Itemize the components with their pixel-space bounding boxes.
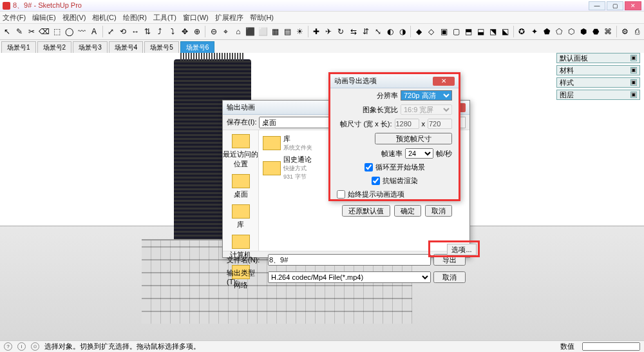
toolbar-button[interactable]: ✪ [516,25,527,38]
toolbar-button[interactable]: ⇆ [348,25,359,38]
toolbar-button[interactable]: ⊖ [208,25,219,38]
scene-tab[interactable]: 场景号3 [73,41,108,53]
toolbar-button[interactable]: ✥ [179,25,190,38]
toolbar-button[interactable]: ▤ [282,25,293,38]
menu-item[interactable]: 工具(T) [153,13,176,23]
toolbar-button[interactable]: ✚ [311,25,322,38]
menu-item[interactable]: 窗口(W) [183,13,209,23]
toolbar-button[interactable]: ⬓ [475,25,486,38]
scene-tab[interactable]: 场景号2 [37,41,72,53]
toolbar-button[interactable]: ◯ [64,25,75,38]
options-button[interactable]: 选项... [447,244,477,255]
places-item[interactable]: 库 [232,204,250,230]
scene-tabs: 场景号1场景号2场景号3场景号4场景号5场景号6 [0,40,644,53]
toolbar-button[interactable]: ⬛ [245,25,256,38]
toolbar-button[interactable]: ⬔ [488,25,498,38]
toolbar-button[interactable]: ↖ [1,25,12,38]
scene-tab[interactable]: 场景号5 [144,41,179,53]
cancel-button[interactable]: 取消 [433,271,466,283]
toolbar-button[interactable]: ⬕ [500,25,511,38]
scene-tab[interactable]: 场景号1 [1,41,36,53]
menu-item[interactable]: 文件(F) [3,13,26,23]
scene-tab[interactable]: 场景号4 [109,41,144,53]
toolbar-button[interactable]: ⇅ [142,25,153,38]
help-icon[interactable]: ? [4,342,12,351]
menu-item[interactable]: 帮助(H) [250,13,274,23]
toolbar-button[interactable]: ⬒ [463,25,474,38]
toolbar-button[interactable]: ✎ [14,25,24,38]
filename-input[interactable] [268,254,431,266]
menu-item[interactable]: 相机(C) [92,13,116,23]
measurements-label: 数值 [560,342,574,351]
close-button[interactable]: ✕ [625,1,641,10]
toolbar-button[interactable]: ◇ [426,25,437,38]
scene-tab[interactable]: 场景号6 [180,41,215,53]
toolbar-button[interactable]: ⤴ [155,25,166,38]
toolbar-button[interactable]: ⬢ [578,25,589,38]
toolbar-button[interactable]: ⌫ [38,25,50,38]
toolbar-button[interactable]: ✈ [323,25,334,38]
panel-header[interactable]: 材料▣ [556,65,640,75]
save-location-label: 保存在(I): [227,117,256,127]
filetype-select[interactable]: H.264 codec/Mp4 File(*.mp4) [268,271,431,283]
toolbar-button[interactable]: A [89,25,100,38]
frame-size-label: 帧尺寸 (宽 x 长): [340,119,392,129]
minimize-button[interactable]: — [589,1,605,10]
toolbar-button[interactable]: ✂ [26,25,37,38]
toolbar-button[interactable]: ⬟ [541,25,552,38]
toolbar-button[interactable]: ⊕ [191,25,202,38]
panel-header[interactable]: 图层▣ [556,90,640,100]
toolbar-button[interactable]: ⇵ [360,25,371,38]
panel-header[interactable]: 样式▣ [556,77,640,88]
toolbar-button[interactable]: ⌂ [232,25,243,38]
toolbar-button[interactable]: ⚙ [619,25,630,38]
toolbar-button[interactable]: ↻ [336,25,346,38]
export-cancel-button[interactable]: 取消 [425,205,452,217]
restore-defaults-button[interactable]: 还原默认值 [342,205,390,217]
ok-button[interactable]: 确定 [394,205,421,217]
loop-checkbox[interactable] [365,163,373,171]
maximize-button[interactable]: ▢ [607,1,623,10]
toolbar-button[interactable]: ⬜ [257,25,268,38]
toolbar-button[interactable]: ▣ [438,25,449,38]
toolbar-button[interactable]: ◐ [384,25,395,38]
toolbar-button[interactable]: ⬠ [553,25,564,38]
menu-item[interactable]: 编辑(E) [32,13,56,23]
toolbar-button[interactable]: ◑ [397,25,408,38]
toolbar-button[interactable]: ⤵ [167,25,178,38]
menu-item[interactable]: 视图(V) [62,13,86,23]
places-item[interactable]: 最近访问的位置 [223,134,258,169]
toolbar-button[interactable]: ▢ [451,25,462,38]
toolbar-button[interactable]: ⎙ [632,25,643,38]
toolbar-button[interactable]: ⬡ [565,25,576,38]
toolbar-button[interactable]: 〰 [76,25,87,38]
export-close-button[interactable]: ✕ [433,77,455,86]
toolbar-button[interactable]: ⌘ [603,25,614,38]
toolbar-button[interactable]: ⤢ [106,25,117,38]
panel-header[interactable]: 默认面板▣ [556,53,640,63]
toolbar-button[interactable]: ▦ [270,25,281,38]
preview-size-button[interactable]: 预览帧尺寸 [375,133,452,144]
toolbar-button[interactable]: ✦ [529,25,540,38]
window-title: 8、9# - SketchUp Pro [13,1,589,10]
toolbar-button[interactable]: ⟲ [118,25,129,38]
always-prompt-checkbox[interactable] [337,190,345,199]
toolbar-button[interactable]: ◆ [413,25,424,38]
user-icon[interactable]: ☺ [31,342,39,351]
menu-item[interactable]: 绘图(R) [123,13,147,23]
resolution-label: 分辨率 [377,91,398,101]
toolbar-button[interactable]: ⌖ [220,25,231,38]
toolbar-button[interactable]: ⬚ [52,25,62,38]
fps-unit-label: 帧/秒 [436,149,452,159]
toolbar-button[interactable]: ☀ [294,25,305,38]
resolution-select[interactable]: 720p 高清 [401,90,452,101]
info-icon[interactable]: i [17,342,26,351]
measurements-input[interactable] [582,342,640,351]
toolbar-button[interactable]: ⬣ [590,25,601,38]
places-item[interactable]: 桌面 [232,174,250,199]
fps-select[interactable]: 24 [405,148,433,159]
menu-item[interactable]: 扩展程序 [215,13,243,23]
toolbar-button[interactable]: ↔ [130,25,141,38]
antialias-checkbox[interactable] [372,177,380,185]
toolbar-button[interactable]: ⤡ [372,25,383,38]
